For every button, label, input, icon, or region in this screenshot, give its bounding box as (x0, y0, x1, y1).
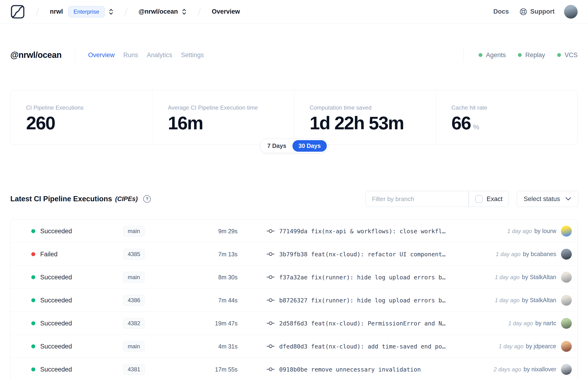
branch-filter-group: Exact (365, 191, 509, 207)
cipe-row[interactable]: Succeeded main 9m 29s 771499dafix(nx-api… (11, 220, 577, 243)
commit-text: 771499dafix(nx-api & workflows): close w… (279, 228, 445, 234)
exact-checkbox[interactable] (475, 195, 483, 203)
stat-label: CI Pipeline Executions (26, 104, 152, 111)
commit-text: f37a32aefix(runner): hide log upload err… (279, 274, 445, 281)
cipe-status: Succeeded (40, 366, 72, 373)
cipe-title: Latest CI Pipeline Executions (10, 195, 112, 203)
cipe-row[interactable]: Succeeded 4382 19m 47s 2d58f6d3feat(nx-c… (11, 312, 577, 335)
nx-cloud-logo-icon (10, 4, 25, 19)
author-avatar (561, 272, 572, 283)
range-30-days-button[interactable]: 30 Days (292, 140, 327, 152)
logo[interactable] (10, 4, 25, 19)
author-avatar (561, 249, 572, 260)
cipe-author: by StalkAltan (522, 274, 556, 281)
divider (75, 48, 75, 62)
cipe-status: Succeeded (40, 320, 72, 327)
indicator-agents[interactable]: Agents (479, 52, 506, 59)
status-dot-icon (31, 344, 35, 348)
date-range-toggle: 7 Days 30 Days (260, 139, 328, 153)
cipe-meta: 1 day ago by jdpearce (499, 341, 572, 352)
docs-link[interactable]: Docs (493, 8, 509, 15)
status-dot-icon (31, 321, 35, 325)
chevron-up-down-icon (108, 8, 114, 16)
cipe-status: Succeeded (40, 273, 72, 281)
cipe-author: by StalkAltan (522, 297, 556, 304)
commit-info: 2d58f6d3feat(nx-cloud): PermissionError … (266, 320, 445, 327)
workspace-header: @nrwl/ocean Overview Runs Analytics Sett… (10, 47, 578, 63)
stat-value: 66% (451, 114, 577, 132)
cipe-row[interactable]: Failed 4385 7m 13s 3b79fb38feat(nx-cloud… (11, 243, 577, 266)
breadcrumb-separator (124, 7, 128, 16)
status-dot-icon (31, 298, 35, 302)
cipe-time: 1 day ago (496, 251, 520, 258)
breadcrumb-org[interactable]: nrwl (50, 8, 63, 15)
user-avatar[interactable] (564, 5, 578, 19)
stat-label: Average CI Pipeline Execution time (168, 104, 294, 111)
cipe-duration: 19m 47s (194, 320, 238, 327)
workspace-switcher-button[interactable] (182, 8, 187, 16)
cipe-author: by bcabanes (523, 251, 556, 258)
cipe-time: 1 day ago (495, 297, 520, 304)
help-icon[interactable]: ? (143, 195, 151, 203)
exact-toggle[interactable]: Exact (469, 191, 509, 207)
commit-info: b8726327fix(runner): hide log upload err… (266, 297, 445, 304)
cipe-meta: 1 day ago by StalkAltan (495, 295, 572, 306)
git-commit-icon (266, 274, 275, 280)
branch-badge: main (123, 226, 145, 237)
git-commit-icon (266, 298, 275, 303)
commit-text: 0918b0beremove unnecessary invalidation (279, 366, 421, 373)
green-status-dot-icon (479, 53, 482, 57)
branch-badge: 4386 (123, 295, 145, 306)
breadcrumb-workspace[interactable]: @nrwl/ocean (138, 8, 178, 15)
breadcrumb-separator (36, 7, 39, 16)
percent-suffix: % (473, 123, 479, 131)
branch-badge: 4382 (123, 318, 145, 329)
cipe-row[interactable]: Succeeded 4386 7m 44s b8726327fix(runner… (11, 289, 577, 312)
status-dot-icon (31, 275, 35, 279)
cipe-row[interactable]: Succeeded main 8m 30s f37a32aefix(runner… (11, 266, 577, 289)
breadcrumb-page: Overview (212, 8, 240, 15)
tab-runs[interactable]: Runs (123, 52, 138, 59)
support-link[interactable]: Support (519, 8, 555, 16)
stats-cards: CI Pipeline Executions 260 Average CI Pi… (10, 90, 578, 145)
tab-settings[interactable]: Settings (181, 52, 204, 59)
page-title: @nrwl/ocean (10, 50, 62, 60)
org-switcher-button[interactable] (108, 8, 114, 16)
cipe-meta: 2 days ago by nixallover (494, 364, 572, 375)
cipe-duration: 4m 31s (194, 343, 238, 350)
tab-overview[interactable]: Overview (88, 52, 115, 59)
branch-badge: 4381 (123, 364, 145, 375)
stat-label: Computation time saved (310, 104, 436, 111)
indicator-vcs[interactable]: VCS (557, 52, 578, 59)
indicator-replay[interactable]: Replay (518, 52, 545, 59)
cipe-time: 1 day ago (508, 320, 533, 327)
cipe-author: by nixallover (524, 366, 556, 373)
commit-info: 771499dafix(nx-api & workflows): close w… (266, 228, 445, 234)
workspace-tabs: Overview Runs Analytics Settings (88, 52, 204, 59)
branch-filter-input[interactable] (366, 191, 469, 207)
git-commit-icon (266, 367, 275, 372)
green-status-dot-icon (518, 53, 522, 57)
cipe-time: 1 day ago (499, 343, 523, 350)
cipe-title-suffix: (CIPEs) (115, 195, 138, 203)
status-select-dropdown[interactable]: Select status (517, 191, 578, 207)
stat-label: Cache hit rate (451, 104, 577, 111)
cipe-row[interactable]: Succeeded main 4m 31s dfed80d3feat(nx-cl… (11, 335, 577, 358)
commit-text: dfed80d3feat(nx-cloud): add time-saved e… (279, 343, 445, 350)
range-7-days-button[interactable]: 7 Days (261, 140, 292, 152)
branch-badge: main (123, 272, 145, 283)
git-commit-icon (266, 343, 275, 349)
cipe-row[interactable]: Succeeded 4381 17m 55s 0918b0beremove un… (11, 358, 577, 380)
tab-analytics[interactable]: Analytics (147, 52, 172, 59)
cipe-duration: 7m 13s (194, 251, 238, 258)
cipe-author: by lourw (534, 228, 556, 234)
branch-badge: main (123, 341, 145, 352)
cipe-duration: 17m 55s (194, 366, 238, 373)
cipe-meta: 1 day ago by nartc (508, 318, 572, 329)
git-commit-icon (266, 228, 275, 234)
commit-text: 2d58f6d3feat(nx-cloud): PermissionError … (279, 320, 445, 327)
commit-info: 3b79fb38feat(nx-cloud): refactor UI comp… (266, 251, 445, 258)
chevron-down-icon (565, 197, 571, 201)
lifebuoy-icon (519, 8, 527, 16)
stat-average-execution-time: Average CI Pipeline Execution time 16m (152, 90, 294, 145)
